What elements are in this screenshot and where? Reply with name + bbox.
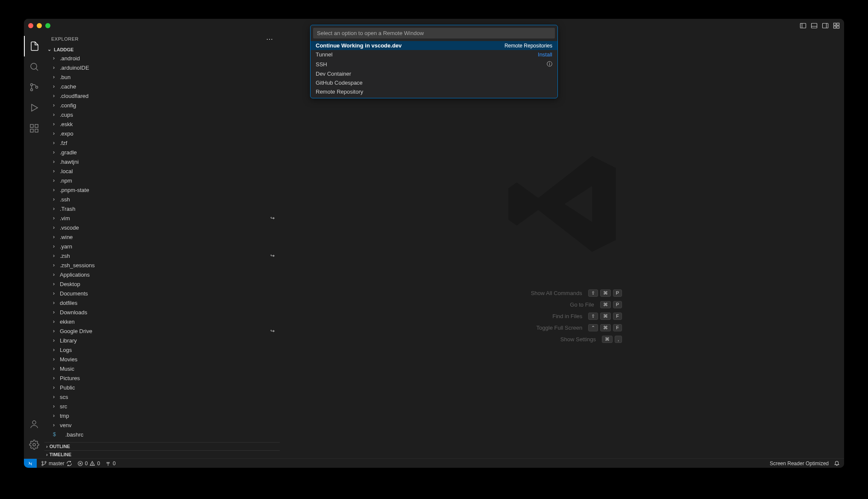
warning-icon xyxy=(89,461,95,467)
folder-item[interactable]: ›Public xyxy=(44,383,280,392)
source-control-tab[interactable] xyxy=(24,77,44,97)
sync-icon[interactable] xyxy=(66,461,72,467)
quickpick-placeholder[interactable]: Select an option to open a Remote Window xyxy=(313,28,555,38)
git-branch-status[interactable]: master xyxy=(41,461,72,467)
folder-item[interactable]: ›.vscode xyxy=(44,223,280,232)
info-icon[interactable]: ⓘ xyxy=(547,60,552,68)
folder-item[interactable]: ›.zsh↪ xyxy=(44,251,280,260)
quickpick-item[interactable]: GitHub Codespace xyxy=(311,78,557,87)
folder-item[interactable]: ›scs xyxy=(44,392,280,402)
quickpick-item[interactable]: Remote Repository xyxy=(311,87,557,96)
folder-item[interactable]: ›venv xyxy=(44,420,280,430)
run-debug-tab[interactable] xyxy=(24,97,44,118)
folder-item[interactable]: ›ekken xyxy=(44,317,280,326)
folder-item[interactable]: ›.pnpm-state xyxy=(44,185,280,195)
folder-item[interactable]: ›Movies xyxy=(44,354,280,364)
folder-item[interactable]: ›.cups xyxy=(44,110,280,119)
workspace-section-header[interactable]: ⌄ LADDGE xyxy=(44,45,280,53)
chevron-right-icon: › xyxy=(53,83,59,89)
problems-status[interactable]: 0 0 xyxy=(77,461,100,467)
folder-item[interactable]: ›Documents xyxy=(44,289,280,298)
toggle-primary-sidebar-icon[interactable] xyxy=(800,22,806,29)
chevron-right-icon: › xyxy=(53,356,59,362)
svg-rect-6 xyxy=(834,23,836,25)
folder-item[interactable]: ›Music xyxy=(44,364,280,373)
maximize-window-button[interactable] xyxy=(45,23,50,28)
folder-item[interactable]: ›.cache xyxy=(44,82,280,91)
quickpick-item[interactable]: Continue Working in vscode.devRemote Rep… xyxy=(311,41,557,50)
folder-item[interactable]: ›.vim↪ xyxy=(44,213,280,223)
explorer-more-icon[interactable]: ⋯ xyxy=(266,35,273,43)
folder-item[interactable]: ›Library xyxy=(44,336,280,345)
accounts-icon[interactable] xyxy=(24,414,44,434)
timeline-section-header[interactable]: › TIMELINE xyxy=(44,450,280,458)
keyboard-key: ⇧ xyxy=(588,313,598,320)
file-item[interactable]: .bashrc xyxy=(44,430,280,439)
remote-indicator[interactable] xyxy=(24,459,37,468)
folder-item[interactable]: ›.ssh xyxy=(44,195,280,204)
folder-name: .config xyxy=(60,102,276,109)
folder-item[interactable]: ›Desktop xyxy=(44,279,280,289)
folder-name: Desktop xyxy=(60,281,276,287)
chevron-right-icon: › xyxy=(53,281,59,287)
search-tab[interactable] xyxy=(24,56,44,77)
settings-gear-icon[interactable] xyxy=(24,434,44,455)
chevron-right-icon: › xyxy=(53,300,59,306)
folder-item[interactable]: ›Logs xyxy=(44,345,280,354)
svg-rect-7 xyxy=(837,23,839,25)
folder-item[interactable]: ›Pictures xyxy=(44,373,280,383)
folder-item[interactable]: ›tmp xyxy=(44,411,280,420)
keyboard-key: , xyxy=(615,336,622,343)
folder-item[interactable]: ›.zsh_sessions xyxy=(44,260,280,270)
svg-point-10 xyxy=(31,63,37,69)
folder-item[interactable]: ›.android xyxy=(44,53,280,63)
folder-item[interactable]: ›.Trash xyxy=(44,204,280,213)
quickpick-item[interactable]: SSHⓘ xyxy=(311,59,557,69)
ports-status[interactable]: 0 xyxy=(105,461,116,467)
activity-bar xyxy=(24,32,44,458)
folder-item[interactable]: ›.fzf xyxy=(44,138,280,148)
close-window-button[interactable] xyxy=(28,23,33,28)
folder-item[interactable]: ›.gradle xyxy=(44,148,280,157)
extensions-tab[interactable] xyxy=(24,118,44,139)
folder-item[interactable]: ›.local xyxy=(44,166,280,176)
folder-item[interactable]: ›.arduinoIDE xyxy=(44,63,280,72)
install-link[interactable]: Install xyxy=(538,51,552,58)
chevron-right-icon: › xyxy=(53,65,59,71)
toggle-panel-icon[interactable] xyxy=(811,22,818,29)
folder-item[interactable]: ›.npm xyxy=(44,176,280,185)
shortcut-label: Show All Commands xyxy=(505,290,582,296)
folder-item[interactable]: ›.yarn xyxy=(44,242,280,251)
quickpick-item[interactable]: Dev Container xyxy=(311,69,557,78)
customize-layout-icon[interactable] xyxy=(833,22,840,29)
symlink-icon: ↪ xyxy=(270,328,275,334)
folder-item[interactable]: ›.config xyxy=(44,100,280,110)
folder-item[interactable]: ›.bun xyxy=(44,72,280,82)
folder-item[interactable]: ›src xyxy=(44,402,280,411)
notifications-icon[interactable] xyxy=(834,461,840,467)
folder-item[interactable]: ›Applications xyxy=(44,270,280,279)
explorer-tab[interactable] xyxy=(24,36,44,56)
chevron-right-icon: › xyxy=(46,444,48,449)
folder-item[interactable]: ›.eskk xyxy=(44,119,280,129)
svg-rect-8 xyxy=(834,26,836,28)
toggle-secondary-sidebar-icon[interactable] xyxy=(822,22,829,29)
folder-item[interactable]: ›Google Drive↪ xyxy=(44,326,280,336)
folder-name: Pictures xyxy=(60,375,276,381)
chevron-right-icon: › xyxy=(53,243,59,249)
folder-item[interactable]: ›.hawtjni xyxy=(44,157,280,166)
folder-item[interactable]: ›.expo xyxy=(44,129,280,138)
folder-item[interactable]: ›dotfiles xyxy=(44,298,280,307)
chevron-right-icon: › xyxy=(53,140,59,146)
folder-item[interactable]: ›Downloads xyxy=(44,307,280,317)
minimize-window-button[interactable] xyxy=(37,23,42,28)
folder-item[interactable]: ›.wine xyxy=(44,232,280,242)
folder-name: .pnpm-state xyxy=(60,187,276,193)
file-tree[interactable]: ›.android›.arduinoIDE›.bun›.cache›.cloud… xyxy=(44,53,280,442)
quickpick-item[interactable]: TunnelInstall xyxy=(311,50,557,59)
chevron-right-icon: › xyxy=(53,375,59,381)
screen-reader-status[interactable]: Screen Reader Optimized xyxy=(770,461,829,467)
folder-item[interactable]: ›.cloudflared xyxy=(44,91,280,100)
outline-section-header[interactable]: › OUTLINE xyxy=(44,442,280,450)
folder-name: dotfiles xyxy=(60,300,276,306)
